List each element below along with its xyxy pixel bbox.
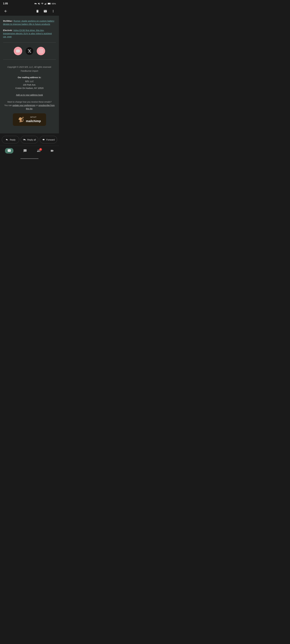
more-options-button[interactable] [50,8,57,14]
nav-spaces[interactable]: 1 [34,148,44,153]
key-icon [35,2,37,5]
nav-mail[interactable] [2,148,17,154]
reply-all-button[interactable]: Reply all [21,136,38,144]
x-twitter-button[interactable] [25,47,34,55]
battery-percent: 85% [52,2,56,5]
delete-button[interactable] [34,8,41,14]
address-line-1: 100 Park Ave. [3,83,56,86]
reply-all-label: Reply all [27,138,36,141]
email-content: 9to5Mac: Rumor: Apple working on custom … [0,16,59,134]
mailchimp-monkey-icon: 🐒 [18,116,24,124]
toolbar-right [34,8,57,14]
svg-rect-5 [51,3,51,4]
signal-icon [44,2,47,5]
article-1: 9to5Mac: Rumor: Apple working on custom … [3,19,56,26]
spaces-badge: 1 [39,148,42,151]
prefs-line: You can update your preferences or unsub… [3,104,56,110]
change-text: Want to change how you receive these ema… [3,100,56,104]
toolbar [0,7,59,16]
company-name: 925, LLC [3,80,56,83]
mailing-header: Our mailing address is: [3,76,56,79]
bottom-nav: 1 [0,146,59,157]
reply-button[interactable]: Reply [2,136,19,144]
home-indicator [0,157,59,160]
nav-meet[interactable] [47,148,57,153]
instagram-button[interactable] [37,47,45,55]
bottom-actions: Reply Reply all Forward [0,134,59,146]
home-bar [20,158,39,159]
update-prefs-link[interactable]: update your preferences [12,104,35,106]
prefs-mid: or [35,104,38,106]
social-icons [3,47,56,55]
svg-rect-3 [46,3,46,4]
forward-label: Forward [46,138,55,141]
nav-chat[interactable] [20,148,30,153]
back-button[interactable] [3,8,9,14]
svg-rect-1 [45,4,46,4]
prefs-prefix: You can [4,104,12,106]
svg-rect-6 [48,3,50,4]
wifi-icon [41,2,44,5]
feedburner-text: Feedburner import [3,69,56,72]
svg-rect-2 [46,3,46,4]
battery-icon [48,3,51,4]
svg-rect-0 [45,4,45,4]
mute-icon [38,2,40,5]
mailchimp-intuit-label: INTUIT [26,116,41,119]
mail-button[interactable] [42,8,49,14]
status-bar: 1:05 85% [0,0,59,7]
copyright-text: Copyright © 2023 925, LLC, All rights re… [3,65,56,69]
youtube-button[interactable] [14,47,22,55]
article-2: Electrek: Volvo EX30 first drive: this t… [3,29,56,38]
reply-label: Reply [10,138,16,141]
nav-mail-icon-bg [5,148,14,154]
toolbar-left [3,8,9,14]
footer-section: Copyright © 2023 925, LLC, All rights re… [3,64,56,128]
status-time: 1:05 [3,2,8,5]
add-address-book-link[interactable]: Add us to your address book [16,94,43,96]
article-2-source: Electrek: [3,29,13,32]
change-prefs-section: Want to change how you receive these ema… [3,100,56,110]
address-line-2: Croton On Hudson, NY 10520 [3,86,56,90]
article-1-source: 9to5Mac: [3,20,13,22]
mailchimp-name-label: mailchimp [26,119,41,124]
forward-button[interactable]: Forward [40,136,57,144]
status-icons: 85% [35,2,56,5]
mailchimp-badge[interactable]: 🐒 INTUIT mailchimp [13,113,46,126]
mailchimp-text: INTUIT mailchimp [26,116,41,124]
prefs-suffix: . [32,108,33,110]
